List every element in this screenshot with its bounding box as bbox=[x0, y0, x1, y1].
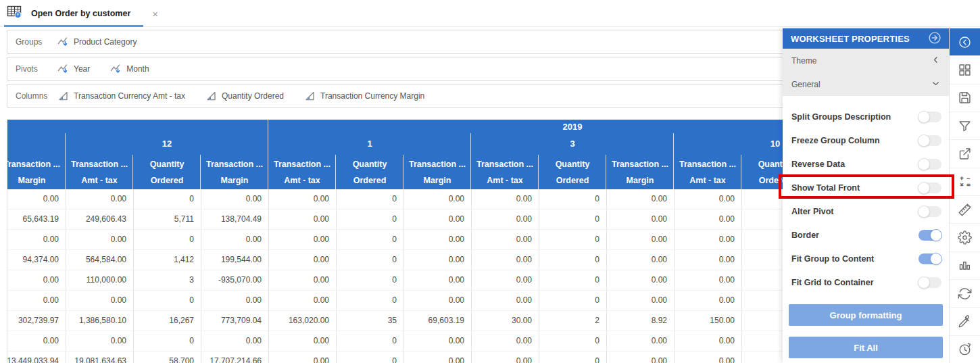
table-cell[interactable]: 0.00 bbox=[403, 250, 471, 270]
column-header[interactable]: Transaction ...Margin bbox=[403, 155, 471, 189]
table-cell[interactable]: 19,081,634.63 bbox=[66, 352, 133, 363]
field-quantity-ordered[interactable]: Quantity Ordered bbox=[205, 91, 284, 101]
table-cell[interactable]: 1,412 bbox=[133, 250, 201, 270]
table-cell[interactable]: 0.00 bbox=[201, 230, 268, 249]
table-cell[interactable]: 163,020.00 bbox=[268, 311, 336, 331]
table-cell[interactable]: 3 bbox=[133, 270, 201, 290]
toggle-freeze-group-column[interactable] bbox=[918, 135, 941, 146]
fit-all-button[interactable]: Fit All bbox=[789, 337, 943, 358]
table-cell[interactable]: 0.00 bbox=[606, 270, 674, 290]
column-header[interactable]: QuantityOrdered bbox=[336, 155, 403, 189]
table-cell[interactable]: 0.00 bbox=[471, 352, 539, 363]
table-cell[interactable]: 0 bbox=[336, 250, 403, 270]
toolbar-collapse-panel-icon[interactable] bbox=[950, 28, 980, 56]
table-cell[interactable]: 0.00 bbox=[471, 270, 539, 290]
table-cell[interactable]: -935,070.00 bbox=[201, 270, 268, 290]
table-cell[interactable]: 773,709.04 bbox=[201, 311, 268, 331]
table-cell[interactable]: 0.00 bbox=[674, 352, 741, 363]
table-cell[interactable]: 0.00 bbox=[471, 189, 539, 209]
group-formatting-button[interactable]: Group formatting bbox=[789, 304, 943, 326]
table-cell[interactable]: 0.00 bbox=[7, 230, 66, 249]
table-cell[interactable]: 0 bbox=[539, 230, 606, 249]
table-cell[interactable]: 0.00 bbox=[201, 189, 268, 209]
table-cell[interactable]: 0 bbox=[133, 189, 201, 209]
table-cell[interactable]: 0.00 bbox=[606, 331, 674, 351]
table-cell[interactable]: 35 bbox=[336, 311, 403, 331]
table-cell[interactable]: 0.00 bbox=[403, 189, 471, 209]
toolbar-share-icon[interactable] bbox=[950, 140, 980, 168]
close-icon[interactable]: × bbox=[152, 9, 158, 19]
table-cell[interactable]: 0 bbox=[539, 331, 606, 351]
table-cell[interactable]: 0.00 bbox=[606, 189, 674, 209]
panel-section-theme[interactable]: Theme bbox=[783, 49, 949, 72]
table-cell[interactable]: 0 bbox=[539, 189, 606, 209]
table-cell[interactable]: 0.00 bbox=[471, 291, 539, 310]
table-cell[interactable]: 0.00 bbox=[66, 230, 133, 249]
table-cell[interactable]: 0.00 bbox=[268, 250, 336, 270]
column-header[interactable]: QuantityOrdered bbox=[539, 155, 606, 189]
table-cell[interactable]: 0 bbox=[133, 291, 201, 310]
table-cell[interactable]: 0.00 bbox=[674, 291, 741, 310]
panel-expand-arrow-icon[interactable] bbox=[927, 30, 942, 47]
table-cell[interactable]: 0 bbox=[336, 270, 403, 290]
toggle-show-total-front[interactable] bbox=[918, 183, 941, 193]
toolbar-refresh-icon[interactable] bbox=[950, 280, 980, 308]
table-cell[interactable]: 0.00 bbox=[471, 210, 539, 229]
table-cell[interactable]: 0.00 bbox=[606, 230, 674, 249]
toolbar-save-icon[interactable] bbox=[950, 84, 980, 112]
table-cell[interactable]: 302,739.97 bbox=[7, 311, 66, 331]
table-cell[interactable]: 0.00 bbox=[66, 331, 133, 351]
table-cell[interactable]: 0.00 bbox=[674, 189, 741, 209]
table-cell[interactable]: 0.00 bbox=[7, 270, 66, 290]
column-header[interactable]: QuantityOrdered bbox=[133, 155, 201, 189]
table-cell[interactable]: 0.00 bbox=[674, 250, 741, 270]
table-cell[interactable]: 0.00 bbox=[674, 210, 741, 229]
table-cell[interactable]: 0.00 bbox=[7, 189, 66, 209]
table-cell[interactable]: 69,603.19 bbox=[403, 311, 471, 331]
toolbar-history-icon[interactable] bbox=[950, 336, 980, 363]
table-cell[interactable]: 30.00 bbox=[471, 311, 539, 331]
table-cell[interactable]: 0.00 bbox=[268, 352, 336, 363]
table-cell[interactable]: 199,544.00 bbox=[201, 250, 268, 270]
toolbar-bar-chart-icon[interactable] bbox=[950, 252, 980, 280]
table-cell[interactable]: 0 bbox=[539, 291, 606, 310]
toolbar-ruler-icon[interactable] bbox=[950, 196, 980, 224]
table-cell[interactable]: 0.00 bbox=[403, 352, 471, 363]
table-cell[interactable]: 17,707,214.66 bbox=[201, 352, 268, 363]
toolbar-settings-icon[interactable] bbox=[950, 224, 980, 251]
table-cell[interactable]: 0.00 bbox=[268, 230, 336, 249]
toggle-border[interactable] bbox=[918, 230, 941, 241]
table-cell[interactable]: 0.00 bbox=[268, 189, 336, 209]
table-cell[interactable]: 0.00 bbox=[471, 250, 539, 270]
table-cell[interactable]: 0.00 bbox=[201, 331, 268, 351]
table-cell[interactable]: 58,700 bbox=[133, 352, 201, 363]
table-cell[interactable]: 2 bbox=[539, 311, 606, 331]
field-product-category[interactable]: Product Category bbox=[57, 37, 137, 47]
table-cell[interactable]: 0 bbox=[336, 291, 403, 310]
toggle-fit-group-to-content[interactable] bbox=[918, 253, 941, 264]
table-cell[interactable]: 0 bbox=[336, 230, 403, 249]
table-cell[interactable]: 0.00 bbox=[403, 331, 471, 351]
toggle-fit-grid-to-container[interactable] bbox=[918, 277, 941, 288]
table-cell[interactable]: 0.00 bbox=[606, 352, 674, 363]
toolbar-filter-icon[interactable] bbox=[950, 112, 980, 140]
field-month[interactable]: Month bbox=[110, 64, 149, 74]
table-cell[interactable]: 0.00 bbox=[606, 210, 674, 229]
column-header[interactable]: Transaction ...Amt - tax bbox=[268, 155, 336, 189]
column-header[interactable]: Transaction ...Margin bbox=[606, 155, 674, 189]
table-cell[interactable]: 0.00 bbox=[674, 270, 741, 290]
table-cell[interactable]: 0 bbox=[336, 352, 403, 363]
table-cell[interactable]: 0.00 bbox=[268, 270, 336, 290]
table-cell[interactable]: 0.00 bbox=[66, 189, 133, 209]
table-cell[interactable]: 16,267 bbox=[133, 311, 201, 331]
table-cell[interactable]: 0 bbox=[539, 270, 606, 290]
toggle-alter-pivot[interactable] bbox=[918, 206, 941, 217]
column-header[interactable]: Transaction ...Amt - tax bbox=[471, 155, 539, 189]
tab-open-order-by-customer[interactable]: Open Order by customer × bbox=[7, 2, 158, 25]
table-cell[interactable]: 0 bbox=[539, 250, 606, 270]
panel-section-general[interactable]: General bbox=[783, 72, 949, 96]
toolbar-calculated-field-icon[interactable]: + −× = bbox=[950, 168, 980, 196]
table-cell[interactable]: 1,386,580.10 bbox=[66, 311, 133, 331]
table-cell[interactable]: 65,643.19 bbox=[7, 210, 66, 229]
table-cell[interactable]: 0 bbox=[133, 230, 201, 249]
